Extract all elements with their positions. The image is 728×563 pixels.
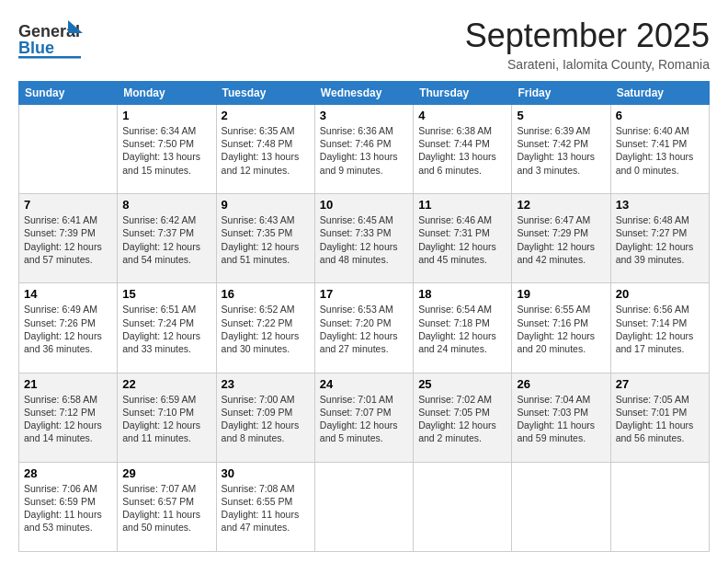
day-info: Sunrise: 7:08 AMSunset: 6:55 PMDaylight:… — [222, 482, 310, 534]
day-number: 16 — [222, 287, 310, 301]
day-info: Sunrise: 6:42 AMSunset: 7:37 PMDaylight:… — [122, 213, 210, 266]
day-info: Sunrise: 6:51 AMSunset: 7:24 PMDaylight:… — [122, 303, 210, 355]
day-info: Sunrise: 7:04 AMSunset: 7:03 PMDaylight:… — [517, 393, 605, 445]
calendar-cell: 22Sunrise: 6:59 AMSunset: 7:10 PMDayligh… — [118, 373, 216, 462]
day-number: 1 — [122, 109, 210, 122]
day-number: 22 — [122, 377, 210, 391]
day-info: Sunrise: 6:59 AMSunset: 7:10 PMDaylight:… — [122, 393, 210, 445]
title-block: September 2025 Sarateni, Ialomita County… — [465, 17, 710, 72]
calendar-cell: 24Sunrise: 7:01 AMSunset: 7:07 PMDayligh… — [314, 373, 413, 462]
day-number: 8 — [122, 198, 210, 212]
day-info: Sunrise: 6:40 AMSunset: 7:41 PMDaylight:… — [616, 124, 704, 177]
day-info: Sunrise: 6:35 AMSunset: 7:48 PMDaylight:… — [222, 124, 310, 177]
calendar-cell: 23Sunrise: 7:00 AMSunset: 7:09 PMDayligh… — [216, 373, 314, 462]
day-number: 24 — [320, 377, 408, 391]
day-info: Sunrise: 6:43 AMSunset: 7:35 PMDaylight:… — [222, 213, 310, 266]
calendar-cell: 26Sunrise: 7:04 AMSunset: 7:03 PMDayligh… — [512, 373, 610, 462]
day-number: 29 — [122, 466, 210, 480]
day-number: 28 — [24, 466, 112, 480]
col-thursday: Thursday — [414, 82, 512, 105]
day-number: 3 — [320, 109, 408, 122]
day-info: Sunrise: 6:47 AMSunset: 7:29 PMDaylight:… — [517, 213, 605, 266]
calendar-cell: 27Sunrise: 7:05 AMSunset: 7:01 PMDayligh… — [610, 373, 709, 462]
day-info: Sunrise: 7:00 AMSunset: 7:09 PMDaylight:… — [222, 393, 310, 445]
day-info: Sunrise: 6:55 AMSunset: 7:16 PMDaylight:… — [517, 303, 605, 355]
calendar-cell: 28Sunrise: 7:06 AMSunset: 6:59 PMDayligh… — [19, 462, 118, 551]
day-info: Sunrise: 6:46 AMSunset: 7:31 PMDaylight:… — [418, 213, 506, 266]
svg-rect-3 — [18, 56, 81, 59]
day-info: Sunrise: 6:56 AMSunset: 7:14 PMDaylight:… — [616, 303, 704, 355]
day-number: 21 — [24, 377, 112, 391]
day-number: 27 — [616, 377, 704, 391]
days-header-row: Sunday Monday Tuesday Wednesday Thursday… — [19, 82, 710, 105]
logo-svg: General Blue — [18, 17, 83, 61]
day-number: 9 — [222, 198, 310, 212]
day-info: Sunrise: 6:38 AMSunset: 7:44 PMDaylight:… — [418, 124, 506, 177]
calendar-cell: 11Sunrise: 6:46 AMSunset: 7:31 PMDayligh… — [414, 194, 512, 283]
day-number: 2 — [222, 109, 310, 122]
calendar-cell: 20Sunrise: 6:56 AMSunset: 7:14 PMDayligh… — [610, 283, 709, 373]
day-info: Sunrise: 6:58 AMSunset: 7:12 PMDaylight:… — [24, 393, 112, 445]
col-monday: Monday — [118, 82, 216, 105]
day-info: Sunrise: 7:07 AMSunset: 6:57 PMDaylight:… — [122, 482, 210, 534]
col-friday: Friday — [512, 82, 610, 105]
day-info: Sunrise: 6:49 AMSunset: 7:26 PMDaylight:… — [24, 303, 112, 355]
col-saturday: Saturday — [610, 82, 709, 105]
calendar-cell: 18Sunrise: 6:54 AMSunset: 7:18 PMDayligh… — [414, 283, 512, 373]
day-number: 26 — [517, 377, 605, 391]
day-number: 11 — [418, 198, 506, 212]
calendar-cell: 9Sunrise: 6:43 AMSunset: 7:35 PMDaylight… — [216, 194, 314, 283]
day-info: Sunrise: 6:52 AMSunset: 7:22 PMDaylight:… — [222, 303, 310, 355]
day-info: Sunrise: 6:45 AMSunset: 7:33 PMDaylight:… — [320, 213, 408, 266]
calendar-cell: 4Sunrise: 6:38 AMSunset: 7:44 PMDaylight… — [414, 105, 512, 194]
calendar-cell: 12Sunrise: 6:47 AMSunset: 7:29 PMDayligh… — [512, 194, 610, 283]
calendar-cell: 5Sunrise: 6:39 AMSunset: 7:42 PMDaylight… — [512, 105, 610, 194]
calendar-cell: 1Sunrise: 6:34 AMSunset: 7:50 PMDaylight… — [118, 105, 216, 194]
day-number: 6 — [616, 109, 704, 122]
calendar-cell: 14Sunrise: 6:49 AMSunset: 7:26 PMDayligh… — [19, 283, 118, 373]
logo: General Blue — [18, 17, 83, 64]
day-number: 17 — [320, 287, 408, 301]
location: Sarateni, Ialomita County, Romania — [465, 57, 710, 72]
calendar-cell — [512, 462, 610, 551]
calendar-cell: 6Sunrise: 6:40 AMSunset: 7:41 PMDaylight… — [610, 105, 709, 194]
week-row-1: 1Sunrise: 6:34 AMSunset: 7:50 PMDaylight… — [19, 105, 710, 194]
calendar-cell: 17Sunrise: 6:53 AMSunset: 7:20 PMDayligh… — [314, 283, 413, 373]
calendar-cell: 16Sunrise: 6:52 AMSunset: 7:22 PMDayligh… — [216, 283, 314, 373]
calendar-cell — [610, 462, 709, 551]
day-info: Sunrise: 6:48 AMSunset: 7:27 PMDaylight:… — [616, 213, 704, 266]
month-title: September 2025 — [465, 17, 710, 55]
calendar-cell — [314, 462, 413, 551]
day-info: Sunrise: 7:01 AMSunset: 7:07 PMDaylight:… — [320, 393, 408, 445]
day-number: 23 — [222, 377, 310, 391]
calendar-cell: 13Sunrise: 6:48 AMSunset: 7:27 PMDayligh… — [610, 194, 709, 283]
day-info: Sunrise: 7:06 AMSunset: 6:59 PMDaylight:… — [24, 482, 112, 534]
week-row-4: 21Sunrise: 6:58 AMSunset: 7:12 PMDayligh… — [19, 373, 710, 462]
calendar-cell: 3Sunrise: 6:36 AMSunset: 7:46 PMDaylight… — [314, 105, 413, 194]
day-number: 18 — [418, 287, 506, 301]
calendar-body: 1Sunrise: 6:34 AMSunset: 7:50 PMDaylight… — [19, 105, 710, 552]
day-number: 10 — [320, 198, 408, 212]
calendar-cell — [414, 462, 512, 551]
week-row-3: 14Sunrise: 6:49 AMSunset: 7:26 PMDayligh… — [19, 283, 710, 373]
calendar-table: Sunday Monday Tuesday Wednesday Thursday… — [18, 81, 710, 552]
calendar-cell: 19Sunrise: 6:55 AMSunset: 7:16 PMDayligh… — [512, 283, 610, 373]
day-info: Sunrise: 6:41 AMSunset: 7:39 PMDaylight:… — [24, 213, 112, 266]
day-info: Sunrise: 6:39 AMSunset: 7:42 PMDaylight:… — [517, 124, 605, 177]
day-number: 4 — [418, 109, 506, 122]
calendar-cell: 15Sunrise: 6:51 AMSunset: 7:24 PMDayligh… — [118, 283, 216, 373]
day-number: 25 — [418, 377, 506, 391]
day-number: 15 — [122, 287, 210, 301]
day-number: 13 — [616, 198, 704, 212]
calendar-cell: 7Sunrise: 6:41 AMSunset: 7:39 PMDaylight… — [19, 194, 118, 283]
calendar-cell: 30Sunrise: 7:08 AMSunset: 6:55 PMDayligh… — [216, 462, 314, 551]
calendar-cell — [19, 105, 118, 194]
day-number: 14 — [24, 287, 112, 301]
week-row-5: 28Sunrise: 7:06 AMSunset: 6:59 PMDayligh… — [19, 462, 710, 551]
day-number: 20 — [616, 287, 704, 301]
day-number: 12 — [517, 198, 605, 212]
calendar-cell: 2Sunrise: 6:35 AMSunset: 7:48 PMDaylight… — [216, 105, 314, 194]
calendar-cell: 10Sunrise: 6:45 AMSunset: 7:33 PMDayligh… — [314, 194, 413, 283]
day-info: Sunrise: 6:53 AMSunset: 7:20 PMDaylight:… — [320, 303, 408, 355]
col-sunday: Sunday — [19, 82, 118, 105]
